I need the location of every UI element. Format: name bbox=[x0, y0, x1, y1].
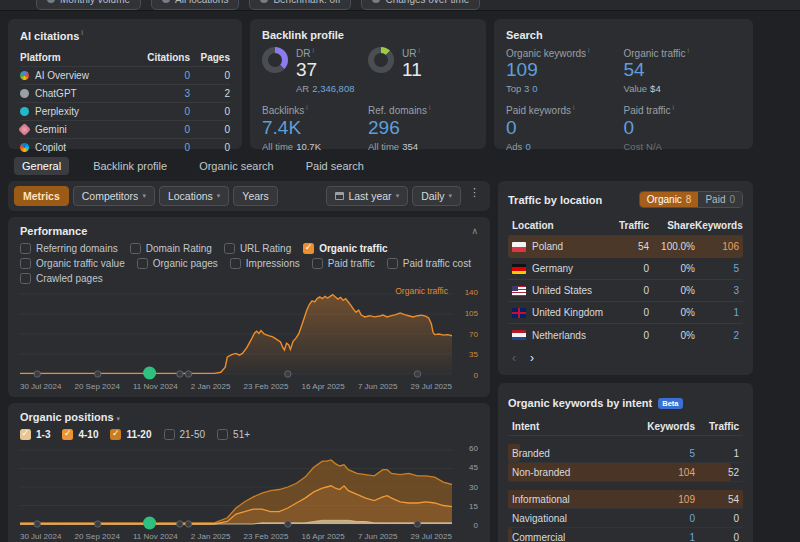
search-card: Search Organic keywordsi 109 Top 30 Orga… bbox=[494, 19, 753, 149]
table-row[interactable]: Perplexity 0 0 bbox=[20, 103, 230, 121]
metrics-button[interactable]: Metrics bbox=[14, 186, 69, 206]
backlinks-value[interactable]: 7.4K bbox=[262, 118, 368, 137]
url-rating-metric: URi 11 bbox=[368, 47, 474, 94]
table-row[interactable]: ChatGPT 3 2 bbox=[20, 85, 230, 103]
chevron-down-icon[interactable]: ▾ bbox=[117, 415, 121, 422]
granularity-dropdown[interactable]: Daily▾ bbox=[412, 186, 461, 206]
checkbox-paid-traffic-cost[interactable]: Paid traffic cost bbox=[387, 258, 471, 269]
chevron-down-icon: ▾ bbox=[396, 192, 400, 200]
chevron-down-icon: ▾ bbox=[448, 192, 452, 200]
tab-backlink-profile[interactable]: Backlink profile bbox=[85, 157, 175, 175]
checkbox-referring-domains[interactable]: Referring domains bbox=[20, 243, 118, 254]
table-row[interactable]: United States 0 0% 3 bbox=[508, 280, 743, 302]
next-page-icon[interactable]: › bbox=[530, 351, 534, 365]
poland-flag-icon bbox=[512, 242, 526, 252]
checkbox-pos-11-20[interactable]: 11-20 bbox=[110, 429, 151, 440]
germany-flag-icon bbox=[512, 264, 526, 274]
backlink-profile-card: Backlink profile DRi 37 AR2,346,808 URi … bbox=[250, 19, 486, 149]
checkbox-pos-21-50[interactable]: 21-50 bbox=[164, 429, 206, 440]
calendar-icon bbox=[335, 192, 344, 200]
more-options-icon[interactable]: ⋮ bbox=[465, 186, 484, 206]
organic-positions-chart[interactable]: 604530150 bbox=[20, 444, 478, 530]
chevron-down-icon: ▾ bbox=[217, 192, 221, 200]
chatgpt-icon bbox=[20, 89, 29, 98]
monthly-volume-button[interactable]: Monthly volume bbox=[36, 0, 141, 10]
ref-domains-value[interactable]: 296 bbox=[368, 118, 474, 137]
checkbox-url-rating[interactable]: URL Rating bbox=[224, 243, 291, 254]
paid-keywords-value[interactable]: 0 bbox=[506, 118, 624, 137]
table-row[interactable]: Netherlands 0 0% 2 bbox=[508, 324, 743, 346]
info-icon: i bbox=[81, 29, 83, 36]
date-range-dropdown[interactable]: Last year▾ bbox=[326, 186, 408, 206]
checkbox-pos-1-3[interactable]: 1-3 bbox=[20, 429, 50, 440]
ur-value: 11 bbox=[402, 60, 422, 79]
backlinks-metric: Backlinksi 7.4K All time10.7K bbox=[262, 104, 368, 151]
checkbox-box bbox=[20, 273, 31, 284]
table-row[interactable]: Copilot 0 0 bbox=[20, 139, 230, 157]
paid-keywords-metric: Paid keywordsi 0 Ads0 bbox=[506, 104, 624, 151]
locations-dropdown[interactable]: Locations▾ bbox=[159, 186, 229, 206]
series-label: Organic traffic bbox=[395, 286, 448, 296]
table-row[interactable]: Gemini 0 0 bbox=[20, 121, 230, 139]
changes-over-time-button[interactable]: Changes over time bbox=[361, 0, 480, 10]
years-button[interactable]: Years bbox=[233, 186, 277, 206]
checkbox-domain-rating[interactable]: Domain Rating bbox=[130, 243, 212, 254]
table-row[interactable]: Informational 109 54 bbox=[508, 490, 743, 509]
table-row[interactable]: Branded 5 1 bbox=[508, 444, 743, 463]
competitors-dropdown[interactable]: Competitors▾ bbox=[73, 186, 155, 206]
checkbox-impressions[interactable]: Impressions bbox=[230, 258, 300, 269]
ur-donut-chart bbox=[368, 47, 394, 73]
checkbox-organic-traffic[interactable]: Organic traffic bbox=[303, 243, 387, 254]
intent-table-header: Intent Keywords Traffic bbox=[508, 418, 743, 436]
organic-traffic-value[interactable]: 54 bbox=[624, 60, 742, 79]
checkbox-pos-4-10[interactable]: 4-10 bbox=[62, 429, 98, 440]
organic-keywords-value[interactable]: 109 bbox=[506, 60, 624, 79]
keywords-by-intent-panel: Organic keywords by intentBeta Intent Ke… bbox=[498, 383, 753, 542]
benchmark-button[interactable]: Benchmark: off bbox=[249, 0, 351, 10]
traffic-by-location-panel: Traffic by location Organic8 Paid0 Locat… bbox=[498, 181, 753, 375]
checkbox-box bbox=[312, 258, 323, 269]
tab-paid-search[interactable]: Paid search bbox=[298, 157, 372, 175]
table-row[interactable]: AI Overview 0 0 bbox=[20, 67, 230, 85]
line-chart-svg bbox=[20, 288, 452, 380]
paid-traffic-value[interactable]: 0 bbox=[624, 118, 742, 137]
table-row[interactable]: United Kingdom 0 0% 1 bbox=[508, 302, 743, 324]
table-row[interactable]: Navigational 0 0 bbox=[508, 509, 743, 528]
table-row[interactable]: Germany 0 0% 5 bbox=[508, 258, 743, 280]
dr-donut-chart bbox=[262, 47, 288, 73]
prev-page-icon[interactable]: ‹ bbox=[512, 351, 516, 365]
stacked-area-chart-svg bbox=[20, 444, 452, 530]
organic-paid-toggle: Organic8 Paid0 bbox=[639, 191, 743, 208]
checkbox-box bbox=[217, 429, 228, 440]
keywords-by-intent-title: Organic keywords by intent bbox=[508, 397, 652, 409]
checkbox-pos-51plus[interactable]: 51+ bbox=[217, 429, 250, 440]
checkbox-paid-traffic[interactable]: Paid traffic bbox=[312, 258, 375, 269]
ai-citations-header: Platform Citations Pages bbox=[20, 49, 230, 67]
table-row[interactable]: Commercial 1 0 bbox=[508, 528, 743, 542]
google-icon bbox=[20, 71, 29, 80]
ai-citations-title: AI citationsi bbox=[20, 29, 230, 42]
collapse-icon[interactable]: ∧ bbox=[471, 226, 478, 236]
chart-toolbar: Metrics Competitors▾ Locations▾ Years La… bbox=[8, 181, 490, 211]
checkbox-organic-traffic-value[interactable]: Organic traffic value bbox=[20, 258, 125, 269]
locations-table: Location Traffic Share Keywords Poland 5… bbox=[508, 216, 743, 346]
table-row[interactable]: Poland 54 100.0% 106 bbox=[508, 236, 743, 258]
tab-general[interactable]: General bbox=[14, 157, 69, 175]
checkbox-crawled-pages[interactable]: Crawled pages bbox=[20, 273, 103, 284]
ar-value-link[interactable]: 2,346,808 bbox=[312, 83, 354, 94]
locations-button[interactable]: All locations bbox=[151, 0, 239, 10]
summary-cards-row: AI citationsi Platform Citations Pages A… bbox=[0, 11, 800, 149]
checkbox-organic-pages[interactable]: Organic pages bbox=[137, 258, 218, 269]
tab-organic-search[interactable]: Organic search bbox=[191, 157, 282, 175]
paid-toggle-button[interactable]: Paid0 bbox=[698, 192, 742, 207]
backlink-profile-title: Backlink profile bbox=[262, 29, 474, 41]
info-icon: i bbox=[429, 104, 430, 111]
organic-toggle-button[interactable]: Organic8 bbox=[640, 192, 699, 207]
benchmark-icon bbox=[260, 0, 268, 3]
search-title: Search bbox=[506, 29, 741, 41]
table-row[interactable]: Non-branded 104 52 bbox=[508, 463, 743, 482]
domain-rating-metric: DRi 37 AR2,346,808 bbox=[262, 47, 368, 94]
perplexity-icon bbox=[20, 107, 29, 116]
organic-traffic-chart[interactable]: Organic traffic 14010570350 bbox=[20, 288, 478, 380]
copilot-icon bbox=[20, 143, 29, 152]
